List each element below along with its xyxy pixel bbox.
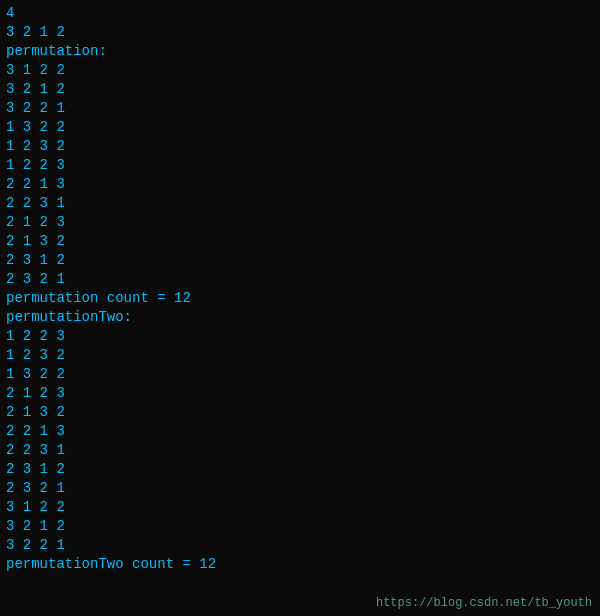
terminal-line: 2 1 2 3 <box>6 384 594 403</box>
terminal-line: 2 2 3 1 <box>6 441 594 460</box>
terminal-line: 1 3 2 2 <box>6 118 594 137</box>
terminal-line: 2 3 1 2 <box>6 460 594 479</box>
terminal-line: 1 2 2 3 <box>6 156 594 175</box>
terminal-line: 4 <box>6 4 594 23</box>
terminal-line: permutationTwo: <box>6 308 594 327</box>
terminal-line: 2 1 2 3 <box>6 213 594 232</box>
terminal-line: 2 2 1 3 <box>6 422 594 441</box>
terminal-line: 2 3 2 1 <box>6 479 594 498</box>
terminal-line: 2 3 2 1 <box>6 270 594 289</box>
terminal-line: permutation: <box>6 42 594 61</box>
terminal-line: 1 3 2 2 <box>6 365 594 384</box>
terminal-line: 1 2 3 2 <box>6 137 594 156</box>
terminal-line: 2 1 3 2 <box>6 403 594 422</box>
terminal-line: 2 2 3 1 <box>6 194 594 213</box>
terminal-line: 3 2 1 2 <box>6 80 594 99</box>
terminal-line: 3 1 2 2 <box>6 61 594 80</box>
terminal-line: permutationTwo count = 12 <box>6 555 594 574</box>
terminal-line: 2 1 3 2 <box>6 232 594 251</box>
terminal-window: 43 2 1 2permutation:3 1 2 23 2 1 23 2 2 … <box>0 0 600 616</box>
terminal-line: 3 2 2 1 <box>6 536 594 555</box>
terminal-line: 3 1 2 2 <box>6 498 594 517</box>
terminal-line: 2 3 1 2 <box>6 251 594 270</box>
terminal-line: 3 2 1 2 <box>6 23 594 42</box>
terminal-line: 2 2 1 3 <box>6 175 594 194</box>
terminal-line: 3 2 1 2 <box>6 517 594 536</box>
watermark: https://blog.csdn.net/tb_youth <box>376 596 592 610</box>
terminal-line: permutation count = 12 <box>6 289 594 308</box>
terminal-line: 1 2 3 2 <box>6 346 594 365</box>
terminal-line: 1 2 2 3 <box>6 327 594 346</box>
terminal-line: 3 2 2 1 <box>6 99 594 118</box>
